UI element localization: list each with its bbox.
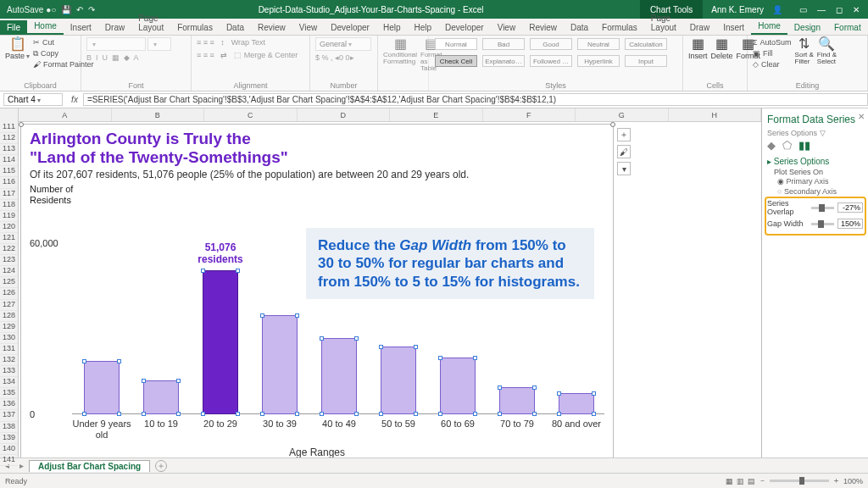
row-header[interactable]: 128 — [0, 311, 18, 322]
series-options-section[interactable]: ▸ Series Options — [767, 157, 863, 166]
fill-button[interactable]: ▣ Fill — [753, 48, 792, 59]
cell-style-normal[interactable]: Normal — [435, 38, 477, 50]
secondary-axis-radio[interactable]: Secondary Axis — [767, 186, 863, 197]
row-header[interactable]: 136 — [0, 399, 18, 410]
row-header[interactable]: 138 — [0, 422, 18, 433]
series-overlap-row[interactable]: Series Overlap -27% — [767, 199, 863, 216]
col-header[interactable]: D — [298, 108, 391, 121]
font-family-select[interactable] — [86, 37, 146, 51]
row-header[interactable]: 129 — [0, 322, 18, 333]
row-header[interactable]: 141 — [0, 455, 18, 466]
col-header[interactable]: A — [19, 108, 112, 121]
tab-page-layout[interactable]: Page Layout — [131, 11, 170, 35]
paste-button[interactable]: 📋Paste — [5, 37, 30, 60]
col-header[interactable]: F — [483, 108, 576, 121]
tab-insert[interactable]: Insert — [64, 20, 98, 35]
row-header[interactable]: 137 — [0, 410, 18, 421]
tab-format[interactable]: Format — [827, 20, 868, 35]
cell-style-followed-[interactable]: Followed … — [530, 55, 572, 67]
row-header[interactable]: 111 — [0, 122, 18, 133]
quick-access-toolbar[interactable]: AutoSave ●○ 💾 ↶ ↷ — [0, 5, 102, 14]
zoom-in-button[interactable]: ＋ — [832, 475, 840, 486]
row-header[interactable]: 114 — [0, 155, 18, 166]
tab-design[interactable]: Design — [787, 20, 827, 35]
sheet-tab-active[interactable]: Adjust Bar Chart Spacing — [29, 460, 150, 472]
embedded-chart[interactable]: Arlington County is Truly the "Land of t… — [20, 124, 614, 458]
row-header[interactable]: 127 — [0, 300, 18, 311]
tab-draw[interactable]: Draw — [98, 20, 131, 35]
row-header[interactable]: 131 — [0, 344, 18, 355]
chart-subtitle[interactable]: Of its 207,607 residents, 51,076 people … — [21, 167, 613, 184]
row-header[interactable]: 122 — [0, 244, 18, 255]
cell-style-calculation[interactable]: Calculation — [625, 38, 667, 50]
formula-input[interactable]: =SERIES('Adjust Bar Chart Spacing'!$B$3,… — [83, 93, 868, 106]
col-header[interactable]: G — [576, 108, 669, 121]
chart-elements-button[interactable]: ＋ — [617, 128, 631, 141]
maximize-icon[interactable]: ◻ — [836, 5, 843, 14]
row-header[interactable]: 121 — [0, 233, 18, 244]
pane-subtitle[interactable]: Series Options ▽ — [767, 129, 863, 137]
bar-1[interactable]: 10 to 19 — [143, 380, 179, 414]
bar-7[interactable]: 70 to 79 — [499, 387, 535, 414]
tab-home[interactable]: Home — [751, 19, 787, 35]
conditional-formatting-button[interactable]: ▦ConditionalFormatting — [383, 37, 417, 65]
find-select-button[interactable]: 🔍Find &Select — [817, 37, 837, 65]
merge-center-button[interactable]: ≡ ≡ ≡ ⇄ ⬚ Merge & Center — [197, 50, 298, 61]
bar-3[interactable]: 30 to 39 — [262, 315, 298, 414]
tab-view[interactable]: View — [292, 20, 325, 35]
cell-style-check-cell[interactable]: Check Cell — [435, 55, 477, 67]
tab-developer[interactable]: Developer — [438, 20, 491, 35]
series-options-tab-icon[interactable]: ▮▮ — [798, 139, 810, 152]
bar-5[interactable]: 50 to 59 — [381, 347, 416, 414]
row-header[interactable]: 132 — [0, 355, 18, 366]
row-header[interactable]: 112 — [0, 133, 18, 144]
bar-2[interactable]: 20 to 29 — [203, 270, 238, 414]
row-header[interactable]: 118 — [0, 200, 18, 211]
row-header[interactable]: 134 — [0, 377, 18, 388]
row-header[interactable]: 115 — [0, 166, 18, 177]
alignment-row[interactable]: ≡ ≡ ≡ ↕ Wrap Text — [197, 37, 265, 48]
autosum-button[interactable]: Σ AutoSum — [753, 37, 792, 48]
tab-file[interactable]: File — [0, 20, 27, 35]
chart-title-line2[interactable]: "Land of the Twenty-Somethings" — [21, 148, 613, 167]
gap-width-row[interactable]: Gap Width 150% — [767, 219, 863, 229]
view-normal-icon[interactable]: ▦ — [726, 477, 733, 485]
bar-6[interactable]: 60 to 69 — [440, 358, 476, 414]
minimize-icon[interactable]: — — [817, 5, 826, 14]
account-area[interactable]: Ann K. Emery 👤 — [703, 5, 791, 14]
tab-review[interactable]: Review — [522, 20, 564, 35]
row-headers[interactable]: 1111121131141151161171181191201211221231… — [0, 108, 19, 458]
font-size-select[interactable] — [147, 37, 171, 51]
tab-help[interactable]: Help — [376, 20, 408, 35]
row-header[interactable]: 125 — [0, 277, 18, 288]
col-header[interactable]: B — [112, 108, 205, 121]
bar-data-label[interactable]: 51,076 residents — [195, 242, 246, 264]
col-header[interactable]: H — [669, 108, 762, 121]
row-header[interactable]: 133 — [0, 366, 18, 377]
chart-resize-handle[interactable] — [19, 122, 24, 127]
pane-close-icon[interactable]: ✕ — [858, 112, 865, 121]
row-header[interactable]: 117 — [0, 189, 18, 200]
cell-style-hyperlink[interactable]: Hyperlink — [577, 55, 620, 67]
row-header[interactable]: 126 — [0, 288, 18, 299]
cell-style-neutral[interactable]: Neutral — [577, 38, 620, 50]
sort-filter-button[interactable]: ⇅Sort &Filter — [795, 37, 814, 65]
view-pagelayout-icon[interactable]: ▥ — [737, 477, 744, 485]
bar-0[interactable]: Under 9 years old — [84, 361, 120, 414]
zoom-level[interactable]: 100% — [843, 477, 863, 485]
tab-data[interactable]: Data — [220, 20, 251, 35]
row-header[interactable]: 130 — [0, 333, 18, 344]
worksheet-grid[interactable]: Arlington County is Truly the "Land of t… — [19, 122, 761, 458]
series-overlap-value[interactable]: -27% — [837, 202, 863, 213]
row-header[interactable]: 140 — [0, 444, 18, 455]
autosave-toggle[interactable]: AutoSave ●○ — [7, 5, 56, 14]
effects-tab-icon[interactable]: ⬠ — [782, 139, 792, 152]
primary-axis-radio[interactable]: Primary Axis — [767, 176, 863, 186]
cell-style-input[interactable]: Input — [625, 55, 667, 67]
tab-home[interactable]: Home — [27, 19, 64, 35]
gap-width-value[interactable]: 150% — [837, 219, 863, 229]
name-box[interactable]: Chart 4 — [3, 93, 63, 106]
save-icon[interactable]: 💾 — [61, 5, 71, 14]
tab-view[interactable]: View — [491, 20, 523, 35]
bar-4[interactable]: 40 to 49 — [321, 338, 357, 414]
